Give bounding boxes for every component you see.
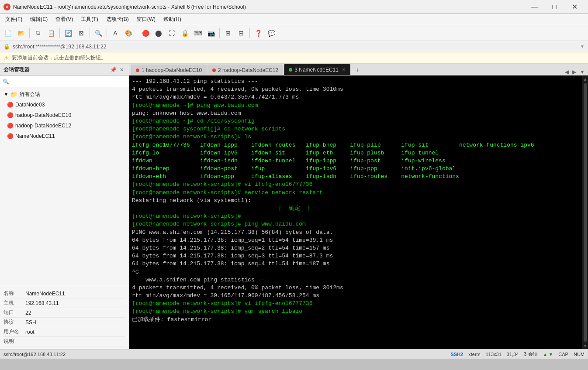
- session-icon: 🔴: [7, 133, 14, 139]
- info-protocol-row: 协议 SSH: [3, 318, 125, 327]
- info-protocol-label: 协议: [3, 319, 25, 326]
- toolbar-color[interactable]: 🎨: [122, 27, 135, 39]
- toolbar-sep-1: [29, 28, 30, 38]
- toolbar-keyboard[interactable]: ⌨: [192, 27, 204, 39]
- toolbar-fullscreen[interactable]: ⛶: [166, 27, 178, 39]
- tab-nav-right[interactable]: ▶: [571, 69, 578, 75]
- tab-label-1: 1 hadoop-DataNodeEC10: [142, 67, 202, 73]
- minimize-button[interactable]: —: [524, 0, 544, 14]
- toolbar-xftp[interactable]: 🔴: [139, 27, 152, 39]
- info-desc-row: 说明: [3, 337, 125, 346]
- menu-tabs[interactable]: 选项卡(B): [103, 15, 132, 24]
- menu-bar: 文件(F) 编辑(E) 查看(V) 工具(T) 选项卡(B) 窗口(W) 帮助(…: [0, 14, 588, 25]
- toolbar-sep-3: [90, 28, 90, 38]
- close-button[interactable]: ✕: [564, 0, 585, 14]
- toolbar-sep-5: [137, 28, 137, 38]
- menu-window[interactable]: 窗口(W): [133, 15, 159, 24]
- session-panel-close[interactable]: ✕: [118, 66, 125, 73]
- tree-label: DataNode03: [15, 102, 45, 108]
- window-controls: — □ ✕: [524, 0, 585, 14]
- toolbar-search[interactable]: 🔍: [92, 27, 104, 39]
- menu-help[interactable]: 帮助(H): [160, 15, 185, 24]
- toolbar-open[interactable]: 📂: [15, 27, 27, 39]
- info-user-row: 用户名 root: [3, 327, 125, 337]
- toolbar-reconnect[interactable]: 🔄: [62, 27, 74, 39]
- toolbar-paste[interactable]: 📋: [45, 27, 57, 39]
- status-position: 31,34: [507, 352, 519, 357]
- tab-label-3: 3 NameNodeEC11: [294, 67, 339, 73]
- info-user-value: root: [25, 329, 35, 335]
- info-user-label: 用户名: [3, 328, 25, 336]
- info-port-value: 22: [25, 310, 31, 316]
- info-name-value: NameNodeEC11: [25, 291, 65, 297]
- session-icon: 🔴: [7, 112, 14, 118]
- toolbar-copy[interactable]: ⧉: [32, 27, 44, 39]
- terminal-scrollbar[interactable]: ▲ ▼: [582, 76, 588, 349]
- session-panel-header: 会话管理器 📌 ✕: [0, 64, 129, 76]
- status-bar: ssh://root@192.168.43.11:22 SSH2 xterm 1…: [0, 349, 588, 359]
- status-caps: CAP: [558, 352, 568, 357]
- session-tree: ▼ 📁 所有会话 🔴 DataNode03 🔴 hadoop-DataNodeE…: [0, 87, 129, 286]
- scroll-thumb[interactable]: [584, 83, 587, 342]
- toolbar-screenshot[interactable]: 📷: [205, 27, 217, 39]
- toolbar-sep-6: [219, 28, 220, 38]
- info-protocol-value: SSH: [25, 319, 36, 325]
- toolbar-disconnect[interactable]: ⊠: [75, 27, 87, 39]
- tree-session-hadoopec12[interactable]: 🔴 hadoop-DataNodeEC12: [0, 120, 129, 131]
- status-right: SSH2 xterm 113x31 31,34 3 会话 ▲ ▼ CAP NUM: [450, 351, 585, 357]
- toolbar-split2[interactable]: ⊟: [235, 27, 247, 39]
- session-panel-pin[interactable]: 📌: [110, 66, 117, 73]
- toolbar-chat[interactable]: 💬: [265, 27, 277, 39]
- tab-add-button[interactable]: +: [352, 65, 363, 75]
- menu-tools[interactable]: 工具(T): [77, 15, 101, 24]
- info-host-row: 主机 192.168.43.11: [3, 298, 125, 308]
- tab-3[interactable]: 3 NameNodeEC11 ✕: [284, 64, 350, 75]
- tab-close-3[interactable]: ✕: [342, 67, 346, 72]
- menu-view[interactable]: 查看(V): [52, 15, 76, 24]
- info-name-label: 名称: [3, 290, 25, 297]
- status-num: NUM: [574, 352, 585, 357]
- menu-file[interactable]: 文件(F): [2, 15, 26, 24]
- toolbar-new[interactable]: 📄: [2, 27, 14, 39]
- terminal-content[interactable]: --- 192.168.43.12 ping statistics ---4 p…: [129, 76, 582, 349]
- tab-nav: ◀ ▶ ▼: [564, 69, 588, 75]
- scroll-down-btn[interactable]: ▼: [583, 343, 588, 348]
- toolbar-help[interactable]: ❓: [252, 27, 264, 39]
- session-icon: 🔴: [7, 123, 14, 129]
- content-area: 1 hadoop-DataNodeEC10 2 hadoop-DataNodeE…: [129, 64, 588, 349]
- session-search-input[interactable]: [11, 79, 126, 85]
- tree-root[interactable]: ▼ 📁 所有会话: [0, 89, 129, 99]
- maximize-button[interactable]: □: [544, 0, 564, 14]
- toolbar: 📄 📂 ⧉ 📋 🔄 ⊠ 🔍 A 🎨 🔴 ⬤ ⛶ 🔒 ⌨ 📷 ⊞ ⊟ ❓ 💬: [0, 25, 588, 41]
- toolbar-font[interactable]: A: [109, 27, 121, 39]
- tab-nav-left[interactable]: ◀: [564, 69, 570, 75]
- tab-2[interactable]: 2 hadoop-DataNodeEC12: [208, 65, 283, 75]
- toolbar-sep-7: [249, 28, 250, 38]
- tree-session-datanode03[interactable]: 🔴 DataNode03: [0, 99, 129, 110]
- toolbar-sep-2: [59, 28, 60, 38]
- tip-bar: ⚠ 要添加当前会话，点击左侧的箭头按钮。: [0, 52, 588, 64]
- tree-session-hadoopec10[interactable]: 🔴 hadoop-DataNodeEC10: [0, 110, 129, 120]
- info-port-row: 端口 22: [3, 308, 125, 318]
- tip-text: 要添加当前会话，点击左侧的箭头按钮。: [12, 54, 106, 62]
- info-panel: 名称 NameNodeEC11 主机 192.168.43.11 端口 22 协…: [0, 286, 129, 349]
- status-ssh-version: SSH2: [450, 352, 463, 357]
- tree-toggle-icon: ▼: [3, 91, 9, 97]
- toolbar-split[interactable]: ⊞: [222, 27, 234, 39]
- menu-edit[interactable]: 编辑(E): [27, 15, 51, 24]
- scroll-up-btn[interactable]: ▲: [583, 77, 588, 82]
- tab-nav-dropdown[interactable]: ▼: [578, 69, 586, 75]
- ssh-url: ssh://root:************@192.168.43.11:22: [13, 44, 106, 50]
- tab-1[interactable]: 1 hadoop-DataNodeEC10: [131, 65, 207, 75]
- tree-session-namenode[interactable]: 🔴 NameNodeEC11: [0, 131, 129, 141]
- toolbar-lock[interactable]: 🔒: [179, 27, 191, 39]
- session-search-bar: 🔍: [0, 76, 129, 87]
- session-panel-controls: 📌 ✕: [110, 66, 125, 73]
- tree-label: hadoop-DataNodeEC10: [15, 112, 71, 118]
- ssh-dropdown-icon[interactable]: ▼: [580, 44, 585, 49]
- toolbar-xftp2[interactable]: ⬤: [152, 27, 165, 39]
- status-sessions: 3 会话: [524, 351, 537, 357]
- info-host-label: 主机: [3, 299, 25, 307]
- info-host-value: 192.168.43.11: [25, 300, 59, 306]
- search-icon: 🔍: [3, 79, 9, 85]
